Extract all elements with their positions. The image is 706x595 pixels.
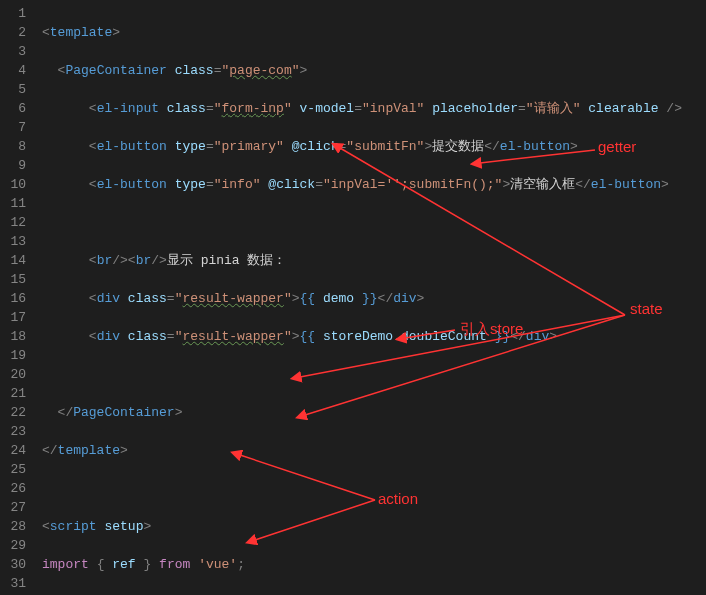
code-editor[interactable]: 1 2 3 4 5 6 7 8 9 10 11 12 13 14 15 16 1…: [0, 0, 706, 595]
line-number-gutter: 1 2 3 4 5 6 7 8 9 10 11 12 13 14 15 16 1…: [0, 0, 38, 595]
code-content[interactable]: <template> <PageContainer class="page-co…: [38, 0, 706, 595]
